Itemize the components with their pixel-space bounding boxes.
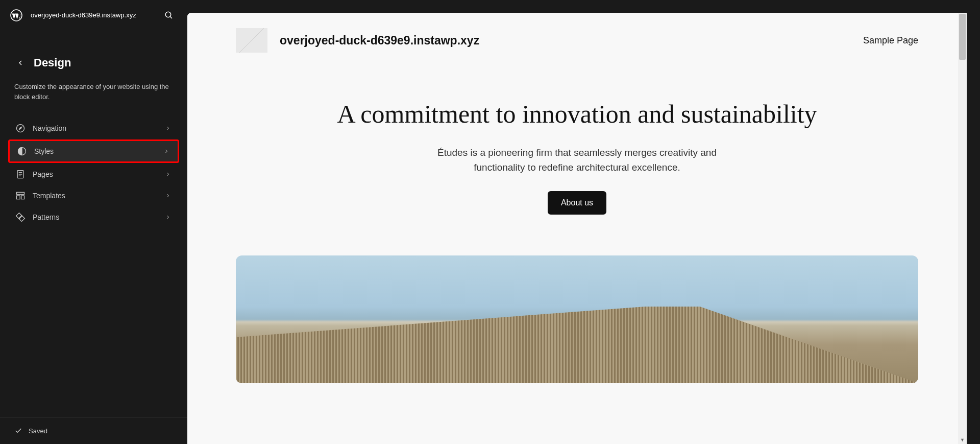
menu-label: Pages (33, 170, 164, 178)
svg-point-1 (165, 12, 171, 17)
svg-rect-11 (17, 196, 20, 199)
menu-item-styles[interactable]: Styles (8, 139, 179, 163)
chevron-right-icon (164, 192, 172, 200)
chevron-right-icon (162, 147, 170, 155)
chevron-left-icon (16, 59, 24, 67)
menu-label: Styles (34, 147, 162, 155)
menu-item-navigation[interactable]: Navigation (8, 118, 179, 138)
svg-line-2 (170, 16, 172, 18)
scrollbar-down-arrow[interactable]: ▼ (958, 435, 967, 444)
panel-description: Customize the appearance of your website… (0, 78, 187, 114)
sidebar-header: overjoyed-duck-d639e9.instawp.xyz (0, 0, 187, 31)
menu-label: Navigation (33, 124, 164, 132)
template-icon (15, 191, 26, 201)
svg-marker-4 (19, 127, 22, 130)
nav-link-sample-page[interactable]: Sample Page (863, 35, 918, 46)
menu-label: Patterns (33, 213, 164, 221)
preview-site-title[interactable]: overjoyed-duck-d639e9.instawp.xyz (280, 34, 863, 48)
site-preview: overjoyed-duck-d639e9.instawp.xyz Sample… (187, 13, 967, 444)
hero-title: A commitment to innovation and sustainab… (236, 99, 918, 129)
patterns-icon (15, 212, 26, 222)
hero-image (236, 255, 918, 383)
panel-header: Design (0, 31, 187, 78)
scrollbar-thumb[interactable] (959, 14, 966, 60)
chevron-right-icon (164, 213, 172, 221)
site-name[interactable]: overjoyed-duck-d639e9.instawp.xyz (31, 11, 161, 20)
search-button[interactable] (161, 7, 177, 24)
editor-sidebar: overjoyed-duck-d639e9.instawp.xyz Design… (0, 0, 187, 444)
preview-site-header: overjoyed-duck-d639e9.instawp.xyz Sample… (187, 13, 967, 68)
styles-icon (17, 146, 27, 156)
chevron-right-icon (164, 124, 172, 132)
building-graphic (236, 307, 918, 383)
save-status-label: Saved (29, 427, 47, 435)
menu-item-pages[interactable]: Pages (8, 164, 179, 184)
menu-label: Templates (33, 192, 164, 200)
about-us-button[interactable]: About us (548, 191, 606, 215)
page-icon (15, 169, 26, 179)
save-status: Saved (0, 417, 187, 444)
preview-content[interactable]: overjoyed-duck-d639e9.instawp.xyz Sample… (187, 13, 967, 444)
svg-rect-12 (21, 196, 24, 199)
compass-icon (15, 123, 26, 133)
wordpress-logo-icon[interactable] (10, 9, 22, 21)
chevron-right-icon (164, 170, 172, 178)
preview-scrollbar[interactable]: ▼ (958, 13, 967, 444)
svg-rect-10 (17, 192, 24, 194)
back-button[interactable] (14, 57, 27, 69)
menu-item-patterns[interactable]: Patterns (8, 207, 179, 227)
panel-title: Design (34, 56, 71, 69)
design-menu: Navigation Styles Pages (0, 114, 187, 232)
hero-section: A commitment to innovation and sustainab… (187, 68, 967, 235)
menu-item-templates[interactable]: Templates (8, 185, 179, 206)
site-logo-placeholder[interactable] (236, 28, 267, 53)
check-icon (14, 427, 22, 435)
hero-description: Études is a pioneering firm that seamles… (414, 146, 741, 175)
search-icon (164, 11, 174, 20)
